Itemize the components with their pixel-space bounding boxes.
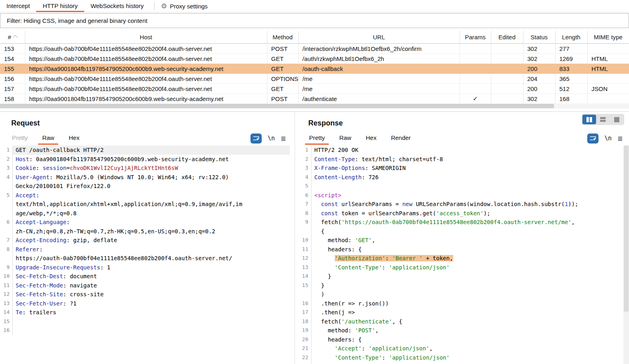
code-line: 12Sec-Fetch-Site: cross-site bbox=[0, 290, 290, 299]
request-panel: Request PrettyRawHex \n ≡ 1GET /oauth-ca… bbox=[0, 112, 292, 364]
column-header-host[interactable]: Host bbox=[25, 31, 267, 44]
code-text: text/html,application/xhtml+xml,applicat… bbox=[13, 200, 290, 209]
tab-websockets-history[interactable]: WebSockets history bbox=[84, 0, 150, 12]
response-vertical-scrollbar[interactable] bbox=[623, 146, 629, 364]
column-header-length[interactable]: Length bbox=[555, 31, 587, 44]
tab-hex[interactable]: Hex bbox=[362, 132, 381, 145]
line-number bbox=[0, 254, 13, 263]
table-row[interactable]: 157https://oauth-0ab700bf04e1111e85548ee… bbox=[0, 84, 629, 94]
cell-method: GET bbox=[267, 84, 298, 94]
cell-params bbox=[460, 84, 491, 94]
cell-num: 154 bbox=[0, 54, 25, 64]
cell-mime bbox=[587, 74, 629, 84]
code-text: 'Accept': 'application/json', bbox=[311, 344, 623, 353]
code-line: 1HTTP/2 200 OK bbox=[297, 146, 623, 155]
code-text bbox=[311, 182, 623, 191]
line-number: 9 bbox=[297, 218, 311, 227]
tab-pretty[interactable]: Pretty bbox=[305, 132, 329, 145]
line-number: 20 bbox=[297, 335, 311, 344]
code-text: const urlSearchParams = new URLSearchPar… bbox=[311, 200, 623, 209]
menu-icon[interactable]: ≡ bbox=[281, 134, 286, 143]
table-row[interactable]: 153https://oauth-0ab700bf04e1111e85548ee… bbox=[0, 44, 629, 54]
filter-text: Filter: Hiding CSS, image and general bi… bbox=[7, 17, 147, 24]
request-icons: \n ≡ bbox=[250, 133, 286, 144]
code-line: 8 const token = urlSearchParams.get('acc… bbox=[297, 209, 623, 218]
column-header-params[interactable]: Params bbox=[460, 31, 491, 44]
line-number bbox=[0, 182, 13, 191]
code-line: 3Cookie: session=chvoDK1WvlI2Cuy1jAjRLck… bbox=[0, 164, 290, 173]
code-line: https://oauth-0ab700bf04e1111e85548ee802… bbox=[0, 254, 290, 263]
column-header-status[interactable]: Status bbox=[523, 31, 555, 44]
cell-status: 302 bbox=[523, 44, 555, 54]
code-line: 7Accept-Encoding: gzip, deflate bbox=[0, 236, 290, 245]
table-horizontal-scrollbar[interactable] bbox=[0, 103, 629, 109]
table-row[interactable]: 158https://0aa9001804fb11978547905200c60… bbox=[0, 94, 629, 104]
code-line: 19 method: 'POST', bbox=[297, 326, 623, 335]
layout-single-button[interactable] bbox=[610, 115, 623, 124]
cell-mime bbox=[587, 44, 629, 54]
code-line: 13 'Content-Type': 'application/json' bbox=[297, 263, 623, 272]
table-row[interactable]: 154https://oauth-0ab700bf04e1111e85548ee… bbox=[0, 54, 629, 64]
cell-num: 156 bbox=[0, 74, 25, 84]
layout-rows-button[interactable] bbox=[596, 115, 610, 124]
word-wrap-icon[interactable] bbox=[250, 133, 262, 144]
tab-pretty[interactable]: Pretty bbox=[8, 132, 32, 145]
column-header--[interactable]: # bbox=[0, 31, 25, 44]
table-row[interactable]: 156https://oauth-0ab700bf04e1111e85548ee… bbox=[0, 74, 629, 84]
tab-raw[interactable]: Raw bbox=[335, 132, 355, 145]
panel-splitter[interactable] bbox=[295, 112, 295, 364]
code-text: age/webp,*/*;q=0.8 bbox=[13, 209, 290, 218]
tab-raw[interactable]: Raw bbox=[38, 132, 58, 145]
line-number bbox=[297, 227, 311, 236]
column-header-url[interactable]: URL bbox=[298, 31, 460, 44]
code-text: fetch('https://oauth-0ab700bf04e1111e855… bbox=[311, 218, 623, 227]
line-number: 14 bbox=[0, 308, 13, 317]
code-line: 10Sec-Fetch-Dest: document bbox=[0, 272, 290, 281]
code-line: 10 method: 'GET', bbox=[297, 236, 623, 245]
cell-status: 200 bbox=[523, 84, 555, 94]
code-line: 11 headers: { bbox=[297, 245, 623, 254]
line-number: 15 bbox=[0, 317, 13, 326]
cell-host: https://oauth-0ab700bf04e1111e85548ee802… bbox=[25, 84, 267, 94]
code-text: zh-CN,zh;q=0.8,zh-TW;q=0.7,zh-HK;q=0.5,e… bbox=[13, 227, 290, 236]
code-line: 7 const urlSearchParams = new URLSearchP… bbox=[297, 200, 623, 209]
code-text: const token = urlSearchParams.get('acces… bbox=[311, 209, 623, 218]
column-header-method[interactable]: Method bbox=[267, 31, 298, 44]
tab-render[interactable]: Render bbox=[387, 132, 415, 145]
line-number bbox=[0, 227, 13, 236]
code-line: 15 } bbox=[297, 281, 623, 290]
cell-num: 155 bbox=[0, 64, 25, 74]
layout-columns-button[interactable] bbox=[582, 115, 596, 124]
request-editor[interactable]: 1GET /oauth-callback HTTP/22Host: 0aa900… bbox=[0, 146, 290, 364]
newline-icon[interactable]: \n bbox=[605, 135, 612, 142]
code-line: 6Accept-Language: bbox=[0, 218, 290, 227]
cell-status: 200 bbox=[523, 64, 555, 74]
top-tabs: InterceptHTTP historyWebSockets history bbox=[0, 0, 150, 12]
code-text: Sec-Fetch-Dest: document bbox=[13, 272, 290, 281]
word-wrap-icon[interactable] bbox=[587, 133, 598, 144]
newline-icon[interactable]: \n bbox=[268, 135, 275, 142]
tab-http-history[interactable]: HTTP history bbox=[36, 0, 84, 12]
code-line: 4User-Agent: Mozilla/5.0 (Windows NT 10.… bbox=[0, 173, 290, 182]
scrollbar-thumb[interactable] bbox=[0, 104, 554, 108]
line-number: 8 bbox=[0, 245, 13, 254]
cell-length: 1269 bbox=[555, 54, 587, 64]
code-line: Gecko/20100101 Firefox/122.0 bbox=[0, 182, 290, 191]
tab-hex[interactable]: Hex bbox=[65, 132, 83, 145]
column-header-edited[interactable]: Edited bbox=[491, 31, 523, 44]
code-text: method: 'POST', bbox=[311, 326, 623, 335]
filter-bar[interactable]: Filter: Hiding CSS, image and general bi… bbox=[0, 13, 629, 28]
tab-intercept[interactable]: Intercept bbox=[0, 0, 36, 12]
tabbar-divider bbox=[154, 2, 155, 10]
line-number: 2 bbox=[297, 155, 311, 164]
scrollbar-thumb[interactable] bbox=[624, 146, 629, 311]
sort-ascending-icon bbox=[13, 35, 17, 39]
table-row[interactable]: 155https://0aa9001804fb11978547905200c60… bbox=[0, 64, 629, 74]
cell-url: /interaction/rzkwphMLbtl1Oefbx6_2h/confi… bbox=[298, 44, 460, 54]
cell-host: https://oauth-0ab700bf04e1111e85548ee802… bbox=[25, 44, 267, 54]
menu-icon[interactable]: ≡ bbox=[618, 134, 623, 143]
column-header-mime-type[interactable]: MIME type bbox=[587, 31, 629, 44]
line-number: 17 bbox=[297, 308, 311, 317]
tab-proxy-settings[interactable]: Proxy settings bbox=[170, 3, 213, 10]
response-editor[interactable]: 1HTTP/2 200 OK2Content-Type: text/html; … bbox=[297, 146, 623, 364]
